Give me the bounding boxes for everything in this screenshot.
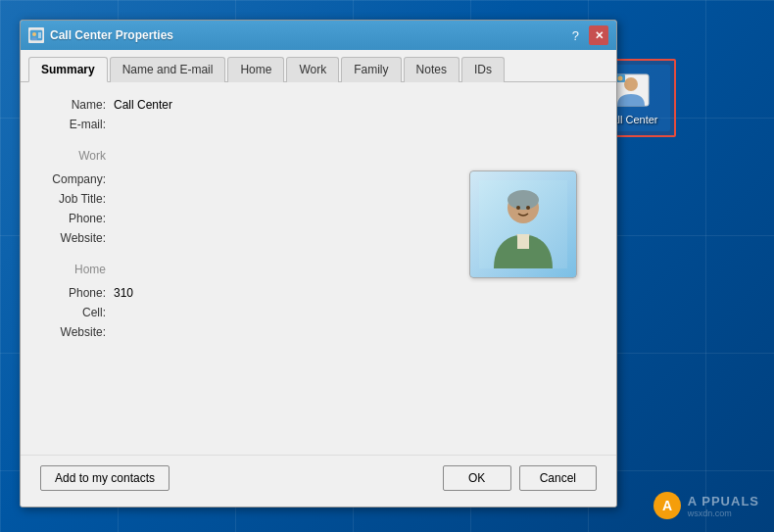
company-label: Company: [40, 172, 114, 186]
tab-work[interactable]: Work [286, 57, 339, 82]
bottom-buttons: Add to my contacts OK Cancel [21, 455, 616, 507]
work-section-row: Work [40, 141, 597, 167]
svg-point-15 [526, 206, 530, 210]
cancel-button[interactable]: Cancel [519, 465, 597, 491]
home-phone-value: 310 [114, 286, 133, 300]
titlebar-controls: ? ✕ [566, 25, 608, 45]
dialog-content: Name: Call Center E-mail: Work Company: … [21, 82, 616, 455]
svg-point-3 [618, 76, 623, 81]
home-phone-row: Phone: 310 [40, 286, 597, 300]
cell-row: Cell: [40, 306, 597, 319]
tab-home[interactable]: Home [227, 57, 284, 82]
ok-button[interactable]: OK [443, 465, 511, 491]
help-button[interactable]: ? [566, 28, 585, 43]
svg-point-14 [516, 206, 520, 210]
work-phone-label: Phone: [40, 212, 114, 225]
svg-point-7 [32, 32, 36, 36]
tab-name-email[interactable]: Name and E-mail [110, 57, 226, 82]
name-label: Name: [40, 98, 114, 112]
tab-notes[interactable]: Notes [404, 57, 460, 82]
close-button[interactable]: ✕ [589, 25, 608, 45]
tab-family[interactable]: Family [341, 57, 401, 82]
titlebar-app-icon [28, 27, 44, 43]
contact-person-avatar [479, 180, 567, 268]
cell-label: Cell: [40, 306, 114, 319]
svg-point-1 [624, 77, 638, 91]
tab-ids[interactable]: IDs [461, 57, 505, 82]
contact-photo-area [469, 170, 577, 278]
appuals-logo-icon: A [653, 491, 682, 520]
titlebar: Call Center Properties ? ✕ [21, 21, 616, 50]
email-label: E-mail: [40, 118, 114, 131]
work-section-label: Work [40, 149, 114, 163]
add-contacts-button[interactable]: Add to my contacts [40, 465, 169, 491]
job-title-label: Job Title: [40, 192, 114, 206]
dialog-actions: OK Cancel [443, 465, 597, 491]
watermark-text: A PPUALS wsxdn.com [688, 494, 759, 518]
tabbar: Summary Name and E-mail Home Work Family… [21, 50, 616, 82]
contact-photo-frame [469, 170, 577, 278]
svg-text:A: A [662, 498, 672, 513]
home-website-row: Website: [40, 325, 597, 339]
home-phone-label: Phone: [40, 286, 114, 300]
call-center-dialog: Call Center Properties ? ✕ Summary Name … [20, 20, 617, 508]
dialog-title: Call Center Properties [50, 28, 173, 42]
tab-summary[interactable]: Summary [28, 57, 108, 82]
name-value: Call Center [114, 98, 172, 112]
email-row: E-mail: [40, 118, 597, 131]
desktop-icon-image [611, 71, 651, 110]
watermark: A A PPUALS wsxdn.com [653, 491, 759, 520]
svg-rect-16 [517, 234, 529, 249]
name-row: Name: Call Center [40, 98, 597, 112]
contact-icon-svg [611, 71, 651, 110]
titlebar-left: Call Center Properties [28, 27, 173, 43]
work-website-label: Website: [40, 231, 114, 245]
home-section-label: Home [40, 263, 114, 276]
svg-point-13 [508, 190, 539, 210]
home-website-label: Website: [40, 325, 114, 339]
